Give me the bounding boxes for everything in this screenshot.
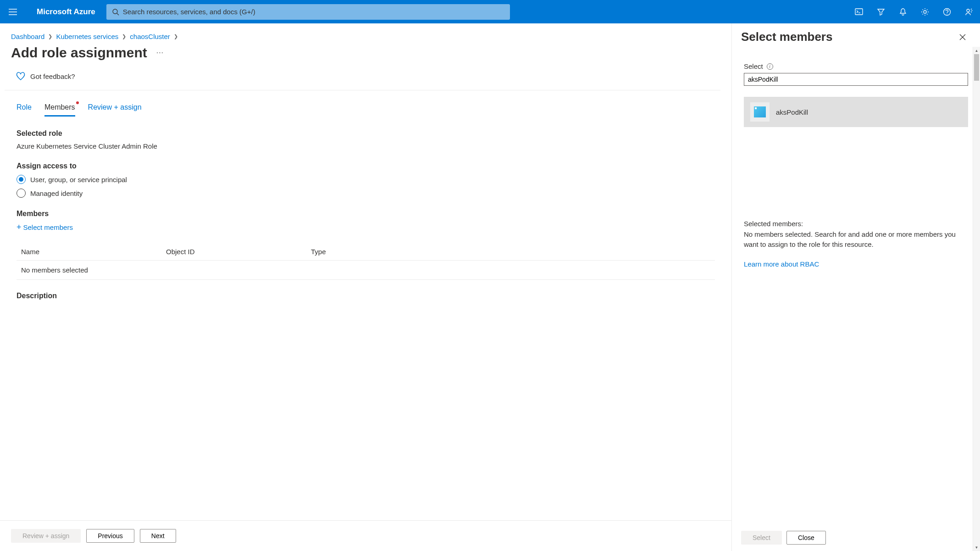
feedback-label: Got feedback? (30, 72, 75, 80)
selected-members-label: Selected members: (744, 219, 968, 229)
plus-icon: + (17, 223, 22, 232)
svg-rect-5 (855, 9, 863, 15)
select-input[interactable] (744, 73, 968, 86)
description-label: Description (17, 292, 715, 300)
panel-footer: Select Close (732, 524, 980, 551)
select-members-panel: Select members Select i aksPodKill (731, 23, 980, 551)
radio-managed-identity[interactable]: Managed identity (17, 189, 715, 198)
page-header: Add role assignment ··· (0, 40, 731, 61)
svg-point-9 (947, 13, 947, 14)
svg-line-4 (117, 13, 119, 15)
settings-button[interactable] (914, 0, 936, 23)
heart-icon (16, 72, 26, 81)
review-assign-button[interactable]: Review + assign (11, 529, 81, 543)
tab-role[interactable]: Role (17, 103, 32, 117)
select-label-text: Select (744, 62, 763, 70)
col-object-id: Object ID (166, 248, 311, 256)
search-icon (112, 8, 119, 16)
panel-body: Select i aksPodKill Selected members: No… (732, 44, 980, 524)
panel-close-footer-button[interactable]: Close (786, 531, 826, 545)
chevron-right-icon: ❯ (48, 33, 52, 39)
members-label: Members (17, 210, 715, 218)
search-input[interactable] (123, 8, 504, 16)
hamburger-menu-button[interactable] (0, 0, 26, 23)
col-type: Type (311, 248, 710, 256)
selected-members-text: No members selected. Search for and add … (744, 229, 968, 250)
feedback-button[interactable] (958, 0, 980, 23)
svg-point-3 (113, 9, 117, 14)
tabs: Role Members Review + assign (0, 90, 731, 117)
breadcrumb-chaos-cluster[interactable]: chaosCluster (130, 33, 170, 40)
learn-more-link[interactable]: Learn more about RBAC (744, 259, 819, 270)
panel-title: Select members (741, 30, 832, 44)
search-box[interactable] (106, 4, 510, 20)
app-icon (754, 106, 766, 117)
selected-role-value: Azure Kubernetes Service Cluster Admin R… (17, 142, 715, 150)
topbar-icons (848, 0, 980, 23)
cloud-shell-icon (855, 8, 863, 16)
next-button[interactable]: Next (140, 529, 176, 543)
result-avatar (750, 102, 770, 122)
col-name: Name (21, 248, 166, 256)
breadcrumb: Dashboard ❯ Kubernetes services ❯ chaosC… (0, 23, 731, 40)
selected-members-info: Selected members: No members selected. S… (744, 219, 968, 269)
hamburger-icon (9, 9, 17, 15)
left-pane: Dashboard ❯ Kubernetes services ❯ chaosC… (0, 23, 731, 551)
breadcrumb-kubernetes-services[interactable]: Kubernetes services (56, 33, 118, 40)
radio-icon (17, 175, 26, 184)
select-members-text: Select members (23, 223, 73, 231)
panel-header: Select members (732, 23, 980, 44)
scrollbar-thumb[interactable] (974, 54, 979, 81)
footer-bar: Review + assign Previous Next (0, 520, 731, 551)
previous-button[interactable]: Previous (86, 529, 134, 543)
notifications-button[interactable] (892, 0, 914, 23)
tab-members[interactable]: Members (44, 103, 75, 117)
topbar: Microsoft Azure (0, 0, 980, 23)
table-header: Name Object ID Type (17, 243, 715, 261)
search-result-item[interactable]: aksPodKill (744, 97, 968, 127)
breadcrumb-dashboard[interactable]: Dashboard (11, 33, 44, 40)
page-title: Add role assignment (11, 45, 147, 61)
feedback-link[interactable]: Got feedback? (5, 61, 720, 90)
main-area: Dashboard ❯ Kubernetes services ❯ chaosC… (0, 23, 980, 551)
select-members-link[interactable]: + Select members (17, 223, 715, 232)
chevron-right-icon: ❯ (174, 33, 178, 39)
gear-icon (921, 8, 929, 16)
radio-managed-label: Managed identity (30, 189, 83, 197)
directory-filter-button[interactable] (870, 0, 892, 23)
panel-close-button[interactable] (957, 32, 968, 43)
filter-icon (877, 8, 885, 16)
scroll-down-icon[interactable]: ▼ (973, 544, 980, 551)
brand-logo[interactable]: Microsoft Azure (26, 7, 106, 17)
result-name: aksPodKill (776, 108, 808, 116)
tab-review-assign[interactable]: Review + assign (88, 103, 142, 117)
content-scroll: Selected role Azure Kubernetes Service C… (0, 117, 731, 520)
tab-members-label: Members (44, 103, 75, 111)
radio-user-group-principal[interactable]: User, group, or service principal (17, 175, 715, 184)
panel-select-button[interactable]: Select (741, 531, 782, 545)
radio-user-label: User, group, or service principal (30, 176, 127, 184)
chevron-right-icon: ❯ (122, 33, 126, 39)
scroll-up-icon[interactable]: ▲ (973, 47, 980, 54)
members-table: Name Object ID Type No members selected (17, 243, 715, 280)
select-field-label: Select i (744, 62, 968, 70)
selected-role-label: Selected role (17, 129, 715, 138)
svg-point-7 (924, 11, 926, 13)
cloud-shell-button[interactable] (848, 0, 870, 23)
close-icon (959, 33, 966, 41)
alert-dot-icon (76, 101, 79, 104)
radio-icon (17, 189, 26, 198)
assign-access-label: Assign access to (17, 162, 715, 170)
table-empty-row: No members selected (17, 261, 715, 280)
help-button[interactable] (936, 0, 958, 23)
person-feedback-icon (965, 8, 973, 16)
help-icon (943, 8, 951, 16)
svg-point-10 (967, 9, 969, 12)
scrollbar[interactable]: ▲ ▼ (973, 47, 980, 551)
info-icon[interactable]: i (767, 63, 773, 70)
more-actions-button[interactable]: ··· (156, 49, 164, 57)
bell-icon (899, 8, 907, 16)
